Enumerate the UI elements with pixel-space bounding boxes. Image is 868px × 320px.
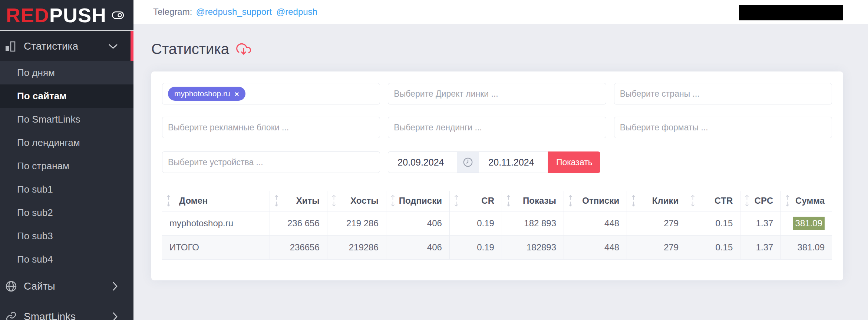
cell-hits: 236656 (270, 235, 327, 259)
telegram-info: Telegram: @redpush_support @redpush (153, 0, 322, 24)
date-from-input[interactable] (388, 151, 457, 173)
countries-select[interactable] (614, 83, 832, 104)
sidebar-item-by-sub4[interactable]: По sub4 (0, 248, 133, 271)
sites-multiselect[interactable]: myphotoshop.ru × (162, 83, 380, 104)
sidebar-item-by-sub3[interactable]: По sub3 (0, 224, 133, 248)
sidebar-item-by-sub1[interactable]: По sub1 (0, 178, 133, 201)
ad-blocks-input[interactable] (168, 123, 374, 133)
highlighted-sum-value: 381.09 (793, 217, 825, 230)
column-header-label: Хиты (296, 196, 320, 206)
column-header-clicks[interactable]: Клики (627, 191, 686, 211)
cell-clicks: 279 (627, 211, 686, 235)
sidebar-item-sites[interactable]: Сайты (0, 271, 133, 301)
download-cloud-icon[interactable] (236, 42, 251, 57)
column-header-label: Домен (179, 196, 208, 206)
column-header-label: Подписки (399, 196, 442, 206)
column-header-cpc[interactable]: CPC (740, 191, 781, 211)
column-header-label: Отписки (582, 196, 619, 206)
sidebar-item-label: По sub2 (17, 207, 53, 219)
title-row: Статистика (151, 41, 868, 57)
formats-input[interactable] (620, 123, 826, 133)
filter-row-2 (162, 117, 832, 138)
sidebar-item-by-landings[interactable]: По лендингам (0, 131, 133, 154)
sort-icon[interactable] (391, 195, 395, 207)
formats-select[interactable] (614, 117, 832, 138)
brand-logo-white: PUSH (49, 4, 106, 26)
direct-links-input[interactable] (394, 89, 600, 99)
column-header-ctr[interactable]: CTR (686, 191, 740, 211)
sort-icon[interactable] (166, 195, 171, 207)
sort-icon[interactable] (332, 195, 336, 207)
sidebar-item-label: Сайты (24, 280, 55, 292)
sidebar-item-by-days[interactable]: По дням (0, 61, 133, 84)
column-header-impressions[interactable]: Показы (502, 191, 564, 211)
chip-remove-icon[interactable]: × (235, 90, 239, 98)
sidebar-item-by-countries[interactable]: По странам (0, 154, 133, 178)
date-to-input[interactable] (479, 151, 548, 173)
filter-row-3: Показать (162, 151, 832, 173)
sidebar-item-statistics[interactable]: Статистика (0, 31, 133, 61)
column-header-hosts[interactable]: Хосты (327, 191, 386, 211)
sort-icon[interactable] (454, 195, 458, 207)
cell-cr: 0.19 (449, 235, 502, 259)
bar-chart-icon (4, 41, 19, 52)
table-row-total: ИТОГО 236656 219286 406 0.19 182893 448 … (162, 235, 832, 259)
sort-icon[interactable] (691, 195, 695, 207)
sidebar-item-label: По лендингам (17, 137, 80, 149)
eye-toggle-icon[interactable] (112, 10, 124, 20)
column-header-label: Хосты (350, 196, 379, 206)
cell-clicks: 279 (627, 235, 686, 259)
filter-row-1: myphotoshop.ru × (162, 83, 832, 104)
column-header-unsubscriptions[interactable]: Отписки (564, 191, 627, 211)
filters-and-table-card: myphotoshop.ru × (151, 71, 843, 280)
ad-blocks-select[interactable] (162, 117, 380, 138)
sort-icon[interactable] (631, 195, 636, 207)
table-row[interactable]: myphotoshop.ru 236 656 219 286 406 0.19 … (162, 211, 832, 235)
sort-icon[interactable] (274, 195, 278, 207)
devices-input[interactable] (168, 157, 374, 167)
telegram-channel-link[interactable]: @redpush (276, 7, 317, 17)
sidebar-item-smartlinks[interactable]: SmartLinks (0, 301, 133, 320)
cell-subscriptions: 406 (386, 235, 449, 259)
countries-input[interactable] (620, 89, 826, 99)
landings-input[interactable] (394, 123, 600, 133)
devices-select[interactable] (162, 151, 380, 173)
telegram-support-link[interactable]: @redpush_support (196, 7, 272, 17)
column-header-label: CR (481, 196, 494, 206)
sort-icon[interactable] (568, 195, 572, 207)
column-header-subscriptions[interactable]: Подписки (386, 191, 449, 211)
sidebar-item-label: По sub1 (17, 184, 53, 195)
sort-icon[interactable] (506, 195, 511, 207)
sidebar-item-label: По sub3 (17, 230, 53, 242)
sort-icon[interactable] (785, 195, 789, 207)
filter-row-3-spacer (614, 151, 832, 173)
cell-unsubscriptions: 448 (564, 235, 627, 259)
selected-site-chip-label: myphotoshop.ru (174, 89, 230, 98)
sort-icon[interactable] (745, 195, 749, 207)
landings-select[interactable] (388, 117, 606, 138)
cell-cpc: 1.37 (740, 235, 781, 259)
brand-logo[interactable]: REDPUSH (6, 5, 106, 25)
chevron-right-icon (111, 281, 119, 292)
direct-links-select[interactable] (388, 83, 606, 104)
sidebar-item-by-sites[interactable]: По сайтам (0, 84, 133, 108)
column-header-hits[interactable]: Хиты (270, 191, 327, 211)
cell-ctr: 0.15 (686, 235, 740, 259)
chevron-down-icon (108, 43, 119, 50)
column-header-cr[interactable]: CR (449, 191, 502, 211)
column-header-sum[interactable]: Сумма (781, 191, 832, 211)
sidebar-item-label: Статистика (24, 40, 78, 52)
sidebar-item-label: По sub4 (17, 254, 53, 265)
main-content: Статистика myphotoshop.ru × (133, 24, 868, 320)
show-button[interactable]: Показать (548, 151, 600, 173)
cell-cr: 0.19 (449, 211, 502, 235)
sidebar-item-by-sub2[interactable]: По sub2 (0, 201, 133, 224)
cell-hosts: 219 286 (327, 211, 386, 235)
column-header-domain[interactable]: Домен (162, 191, 270, 211)
sidebar-item-label: По SmartLinks (17, 114, 80, 125)
cell-domain: ИТОГО (162, 235, 270, 259)
sidebar-item-by-smartlinks[interactable]: По SmartLinks (0, 108, 133, 131)
cell-hits: 236 656 (270, 211, 327, 235)
cell-cpc: 1.37 (740, 211, 781, 235)
column-header-label: Сумма (795, 196, 825, 206)
